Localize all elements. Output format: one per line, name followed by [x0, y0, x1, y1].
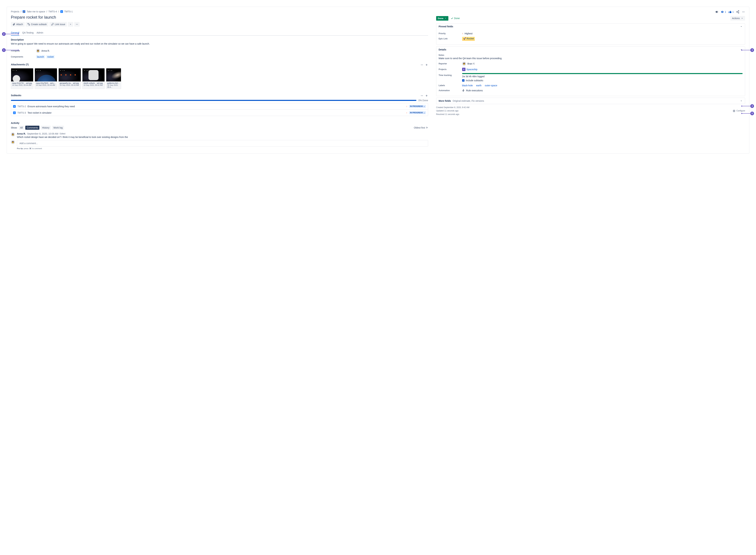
issue-title[interactable]: Prepare rocket for launch [11, 15, 428, 19]
activity-section: Activity Show: All Comments History Work… [11, 122, 428, 150]
attachment-card[interactable]: niketh-vellank... ash.jpg18 Sep 2020, 09… [82, 68, 105, 89]
subtask-type-icon: ▸ [13, 112, 16, 114]
epic-link-field[interactable]: Epic Link 🚀 Rocket [439, 37, 743, 41]
comment-edited-badge: Edited [60, 133, 65, 135]
configure-button[interactable]: Configure [733, 106, 745, 116]
subtask-key[interactable]: TMTS-3 [17, 112, 26, 114]
link-issue-button[interactable]: Link issue [49, 22, 67, 27]
filter-history[interactable]: History [41, 126, 51, 130]
component-tag[interactable]: launch [36, 55, 45, 58]
description-body[interactable]: We're going to space! We need to ensure … [11, 42, 428, 45]
created-date: Created September 8, 2020, 9:42 AM [436, 106, 733, 109]
more-fields-header[interactable]: More fields Original estimate, Fix versi… [436, 98, 745, 104]
subtask-status[interactable]: IN PROGRESS ⌄ [409, 111, 426, 114]
watch-button[interactable]: 1 [721, 10, 726, 13]
svg-point-2 [76, 24, 76, 25]
ellipsis-icon [420, 63, 424, 67]
attachment-card[interactable]: nasa-OLlj17tU... ash.jpg18 Sep 2020, 09:… [11, 68, 33, 89]
more-actions-toolbar-button[interactable] [74, 22, 80, 27]
status-dropdown[interactable]: Done [436, 16, 448, 20]
subtask-icon [27, 23, 30, 26]
filter-all[interactable]: All [19, 126, 24, 130]
issue-label[interactable]: black-hole [462, 84, 473, 87]
attachment-card[interactable]: guillermo-ferl... a...18 Sep 2020, 09:4.… [106, 68, 121, 89]
tab-qa-testing[interactable]: QA Testing [22, 30, 34, 36]
subtask-row[interactable]: ▸ TMTS-3 Test rocket in simulator ↑ IN P… [11, 110, 428, 116]
create-subtask-button[interactable]: Create subtask [26, 22, 48, 27]
issue-toolbar: Attach Create subtask Link issue [11, 22, 428, 27]
issue-label[interactable]: earth [476, 84, 482, 87]
subtasks-progress: 0% Done [11, 99, 428, 102]
time-tracking-field[interactable]: Time tracking 2w 3d 4h 48m logged Includ… [439, 73, 743, 82]
gear-icon [733, 110, 736, 112]
attachments-menu-button[interactable] [420, 63, 424, 67]
breadcrumb-separator: / [21, 10, 21, 13]
breadcrumb-parent[interactable]: TMTS-4 [48, 10, 57, 13]
description-heading: Description [11, 38, 428, 41]
feedback-button[interactable] [715, 10, 718, 13]
projects-field[interactable]: Projects ✦ Spaceship [439, 68, 743, 71]
filter-worklog[interactable]: Work log [52, 126, 64, 130]
reporter-field[interactable]: Reporter 🧑 Bran Y. [439, 62, 743, 66]
notes-label: Notes [439, 54, 743, 56]
lightning-icon [462, 89, 465, 92]
component-tag[interactable]: rocket [46, 55, 55, 58]
include-subtasks-checkbox[interactable] [462, 79, 464, 82]
priority-field[interactable]: Priority ↑ Highest [439, 32, 743, 35]
attachment-filename: ganapathy-ku... ash.jpg [60, 82, 80, 84]
subtasks-add-button[interactable] [425, 94, 428, 98]
actions-dropdown[interactable]: Actions [730, 16, 745, 20]
attach-button[interactable]: Attach [11, 22, 25, 27]
comment-author[interactable]: Anna R. [17, 132, 26, 135]
details-header[interactable]: Details [436, 47, 745, 53]
svg-point-11 [738, 10, 739, 11]
attachment-filename: guillermo-ferl... a... [107, 82, 120, 84]
subtask-row[interactable]: ▸ TMTS-2 Ensure astronauts have everythi… [11, 103, 428, 110]
priority-label: Priority [439, 32, 462, 35]
assignee-value[interactable]: 👩 Anna R. [36, 49, 50, 53]
attachment-card[interactable]: nasa-Q1p7bh3... ash.jpg18 Sep 2020, 09:4… [35, 68, 57, 89]
subtasks-menu-button[interactable] [420, 94, 424, 98]
subtask-key[interactable]: TMTS-2 [17, 105, 26, 108]
vote-button[interactable]: 1 [728, 10, 734, 13]
breadcrumb-project[interactable]: Take me to space [27, 10, 45, 13]
check-icon [451, 17, 453, 19]
attachments-add-button[interactable] [425, 63, 428, 67]
tab-general[interactable]: General [11, 30, 19, 36]
add-comment-input[interactable]: Add a comment... [17, 140, 428, 146]
attachment-date: 18 Sep 2020, 09:44 AM [12, 84, 32, 86]
comment: 👩 Anna R. September 8, 2020, 10:09 AM Ed… [11, 132, 428, 138]
attachment-card[interactable]: ganapathy-ku... ash.jpg18 Sep 2020, 09:4… [58, 68, 81, 89]
components-value[interactable]: launch rocket [36, 55, 55, 58]
priority-icon: ↑ [406, 105, 407, 108]
activity-sort-button[interactable]: Oldest first [414, 126, 428, 129]
details-heading: Details [439, 48, 446, 51]
attachment-filename: nasa-Q1p7bh3... ash.jpg [36, 82, 56, 84]
pinned-fields-header[interactable]: Pinned fields [436, 24, 745, 30]
tab-admin[interactable]: Admin [37, 30, 43, 36]
notes-value[interactable]: Make sure to send the QA team this issue… [439, 57, 743, 60]
attachments-heading: Attachments (7) [11, 63, 29, 66]
issue-main-column: Projects / 🚀 Take me to space / TMTS-4 /… [11, 10, 428, 150]
breadcrumb-projects[interactable]: Projects [11, 10, 19, 13]
subtask-status[interactable]: IN PROGRESS ⌄ [409, 105, 426, 108]
components-field: Components launch rocket [11, 55, 428, 58]
subtask-list: ▸ TMTS-2 Ensure astronauts have everythi… [11, 103, 428, 116]
issue-timestamps: Created September 8, 2020, 9:42 AM Updat… [436, 106, 745, 116]
automation-field[interactable]: Automation Rule executions [439, 89, 743, 92]
svg-point-10 [423, 95, 423, 96]
project-name: Spaceship [466, 68, 477, 71]
link-issue-label: Link issue [55, 23, 65, 26]
issue-more-button[interactable] [742, 10, 745, 13]
breadcrumb-issue-key[interactable]: TMTS-1 [64, 10, 73, 13]
share-button[interactable] [736, 10, 740, 13]
issue-label[interactable]: outer-space [485, 84, 497, 87]
automation-value: Rule executions [466, 89, 483, 92]
link-issue-dropdown[interactable] [68, 22, 73, 27]
svg-point-5 [421, 65, 421, 65]
svg-point-16 [744, 12, 745, 12]
status-dropdown-label: Done [438, 17, 443, 19]
epic-link-value[interactable]: 🚀 Rocket [462, 37, 475, 41]
filter-comments[interactable]: Comments [25, 126, 39, 130]
labels-field[interactable]: Labels black-hole earth outer-space [439, 84, 743, 87]
